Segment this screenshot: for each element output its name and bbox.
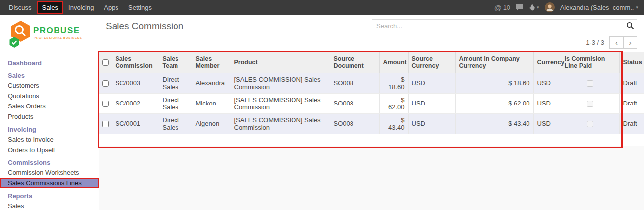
avatar: [545, 2, 555, 12]
pager: 1-3 / 3 ‹ ›: [99, 32, 644, 52]
mention-counter[interactable]: @ 10: [494, 3, 510, 12]
col-header-amount[interactable]: Amount: [379, 52, 408, 73]
cell-team: Direct Sales: [159, 113, 192, 134]
table-row[interactable]: SC/0001 Direct Sales Algenon [SALES COMM…: [99, 113, 644, 134]
cell-status: Draft: [619, 113, 644, 134]
paid-checkbox: [587, 121, 593, 127]
sidebar-item-orders-to-upsell[interactable]: Orders to Upsell: [0, 145, 99, 155]
sidebar-item-dashboard[interactable]: Dashboard: [0, 58, 99, 68]
sidebar-heading-commissions[interactable]: Commissions: [0, 158, 99, 167]
sidebar-section-invoicing: Invoicing Sales to Invoice Orders to Ups…: [0, 125, 99, 155]
col-header-product[interactable]: Product: [231, 52, 330, 73]
cell-source-currency: USD: [408, 93, 455, 113]
sidebar-nav: Dashboard Sales Customers Quotations Sal…: [0, 58, 99, 210]
sidebar-heading-reports[interactable]: Reports: [0, 191, 99, 201]
cell-currency: USD: [533, 113, 561, 134]
row-select-checkbox[interactable]: [102, 101, 109, 107]
sidebar-heading-sales[interactable]: Sales: [0, 71, 99, 80]
empty-table-space: [99, 134, 644, 146]
search-box: [372, 19, 637, 32]
navbar-systray: @ 10 ▾ Al: [494, 0, 644, 15]
chat-icon[interactable]: [516, 4, 524, 11]
top-navbar: Discuss Sales Invoicing Apps Settings @ …: [0, 0, 644, 15]
cell-currency: USD: [533, 73, 561, 93]
cell-team: Direct Sales: [159, 93, 192, 113]
col-header-sales-member[interactable]: Sales Member: [192, 52, 231, 73]
cell-source-currency: USD: [408, 73, 455, 93]
col-header-source-document[interactable]: Source Document: [330, 52, 379, 73]
sidebar-item-customers[interactable]: Customers: [0, 80, 99, 91]
cell-member: Alexandra: [192, 73, 231, 93]
content-background: [99, 146, 644, 210]
mention-count: 10: [503, 4, 510, 11]
cell-name: SC/0003: [112, 73, 159, 93]
commission-list: Sales Commission Sales Team Sales Member…: [99, 52, 644, 146]
at-icon: @: [494, 3, 502, 12]
cell-source-document: SO008: [330, 113, 379, 134]
cell-source-currency: USD: [408, 113, 455, 134]
pager-next-button[interactable]: ›: [623, 36, 637, 49]
nav-item-sales[interactable]: Sales: [37, 1, 64, 14]
sidebar-item-sales-commissions-lines[interactable]: Sales Commissions Lines: [0, 178, 99, 188]
cell-amount-company-currency: $ 62.00: [455, 93, 533, 113]
search-input[interactable]: [372, 19, 637, 32]
sidebar-heading-invoicing[interactable]: Invoicing: [0, 125, 99, 134]
cell-team: Direct Sales: [159, 73, 192, 93]
select-all-checkbox[interactable]: [102, 59, 109, 66]
sidebar-section-reports: Reports Sales: [0, 191, 99, 210]
probuse-logo: PROBUSE PROFESSIONAL BUSINESS: [0, 15, 99, 58]
logo-title: PROBUSE: [33, 26, 80, 35]
cell-currency: USD: [533, 93, 561, 113]
cell-amount-company-currency: $ 18.60: [455, 73, 533, 93]
col-header-amount-company-currency[interactable]: Amount in Company Currency: [455, 52, 533, 73]
cell-product: [SALES COMMISSION] Sales Commission: [231, 73, 330, 93]
chevron-down-icon: ▾: [636, 5, 638, 10]
col-header-currency[interactable]: Currency: [533, 52, 561, 73]
sidebar-item-products[interactable]: Products: [0, 111, 99, 122]
table-row[interactable]: SC/0003 Direct Sales Alexandra [SALES CO…: [99, 73, 644, 93]
control-panel: Sales Commission: [99, 15, 644, 32]
pager-range: 1-3 / 3: [586, 39, 604, 46]
cell-amount-company-currency: $ 43.40: [455, 113, 533, 134]
table-row[interactable]: SC/0002 Direct Sales Mickon [SALES COMMI…: [99, 93, 644, 113]
commission-table: Sales Commission Sales Team Sales Member…: [99, 52, 644, 146]
pager-previous-button[interactable]: ‹: [609, 36, 623, 49]
col-header-sales-team[interactable]: Sales Team: [159, 52, 192, 73]
bug-icon: [529, 4, 536, 11]
nav-item-settings[interactable]: Settings: [123, 0, 157, 15]
cell-product: [SALES COMMISSION] Sales Commission: [231, 93, 330, 113]
row-select-checkbox[interactable]: [102, 121, 109, 127]
col-header-source-currency[interactable]: Source Currency: [408, 52, 455, 73]
content-area: PROBUSE PROFESSIONAL BUSINESS Dashboard …: [0, 15, 644, 210]
cell-amount: $ 62.00: [379, 93, 408, 113]
row-select-checkbox[interactable]: [102, 80, 109, 87]
search-icon[interactable]: [626, 22, 634, 32]
cell-status: Draft: [619, 93, 644, 113]
app-menu: Discuss Sales Invoicing Apps Settings: [0, 0, 157, 15]
sidebar-item-commission-worksheets[interactable]: Commission Worksheets: [0, 167, 99, 178]
paid-checkbox: [587, 80, 593, 87]
chevron-down-icon: ▾: [537, 5, 539, 10]
main-panel: Sales Commission 1-3 / 3 ‹ ›: [99, 15, 644, 210]
cell-product: [SALES COMMISSION] Sales Commission: [231, 113, 330, 134]
sidebar-item-sales-to-invoice[interactable]: Sales to Invoice: [0, 134, 99, 145]
nav-item-apps[interactable]: Apps: [99, 0, 123, 15]
paid-checkbox: [587, 101, 593, 107]
cell-status: Draft: [619, 73, 644, 93]
debug-menu[interactable]: ▾: [529, 4, 539, 11]
cell-member: Algenon: [192, 113, 231, 134]
sidebar-section-commissions: Commissions Commission Worksheets Sales …: [0, 158, 99, 188]
col-header-status[interactable]: Status: [619, 52, 644, 73]
sidebar-item-quotations[interactable]: Quotations: [0, 91, 99, 101]
nav-item-invoicing[interactable]: Invoicing: [63, 0, 99, 15]
col-header-sales-commission[interactable]: Sales Commission: [112, 52, 159, 73]
sidebar-item-sales-orders[interactable]: Sales Orders: [0, 101, 99, 111]
col-header-is-commission-line-paid[interactable]: Is Commision Line Paid: [561, 52, 619, 73]
cell-member: Mickon: [192, 93, 231, 113]
sidebar-section-sales: Sales Customers Quotations Sales Orders …: [0, 71, 99, 122]
sidebar-item-reports-sales[interactable]: Sales: [0, 201, 99, 210]
nav-item-discuss[interactable]: Discuss: [4, 0, 37, 15]
cell-name: SC/0001: [112, 113, 159, 134]
user-name: Alexandra (Sales_comm..: [560, 4, 634, 11]
user-menu[interactable]: Alexandra (Sales_comm.. ▾: [560, 4, 638, 11]
